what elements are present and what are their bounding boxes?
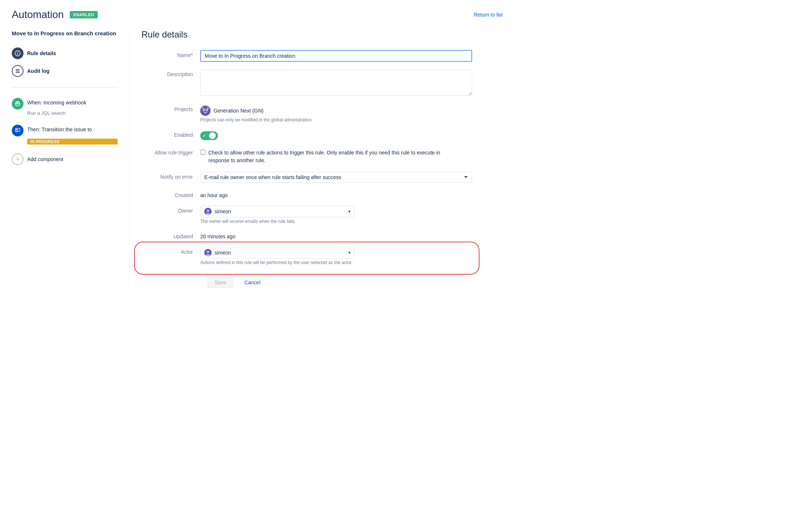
title-area: Automation ENABLED	[12, 9, 98, 21]
rule-details-icon: i	[12, 47, 24, 59]
owner-chevron-icon: ▾	[348, 209, 351, 214]
updated-value-container: 20 minutes ago	[200, 230, 472, 245]
created-label: Created	[141, 189, 200, 204]
notify-select[interactable]: E-mail rule owner once when rule starts …	[200, 172, 472, 183]
svg-rect-9	[16, 129, 18, 130]
allow-trigger-label: Allow rule trigger	[141, 146, 200, 170]
main-content: Move to In Progress on Branch creation i…	[12, 29, 503, 288]
enabled-toggle-container: ✓	[200, 128, 472, 146]
when-step-subtitle: Run a JQL search	[27, 110, 118, 116]
audit-log-icon	[12, 65, 24, 77]
allow-trigger-container: Check to allow other rule actions to tri…	[200, 146, 472, 170]
actor-name: simeon	[215, 250, 348, 256]
page-title: Automation	[12, 9, 64, 21]
notify-label: Notify on error	[141, 170, 200, 189]
owner-label: Owner	[141, 204, 200, 230]
audit-log-label: Audit log	[27, 68, 50, 74]
owner-container: simeon ▾ The owner will receive emails w…	[200, 204, 472, 230]
allow-trigger-text: Check to allow other rule actions to tri…	[208, 149, 458, 164]
svg-point-6	[16, 103, 17, 104]
svg-rect-2	[16, 69, 19, 70]
return-to-list-link[interactable]: Return to list	[474, 12, 503, 18]
svg-rect-4	[16, 72, 19, 73]
svg-point-7	[19, 103, 20, 104]
projects-label: Projects	[141, 103, 200, 128]
actor-select[interactable]: simeon ▾	[200, 247, 355, 259]
svg-point-15	[204, 110, 205, 111]
rule-details-label: Rule details	[27, 50, 56, 56]
top-header: Automation ENABLED Return to list	[12, 9, 503, 21]
actor-container: simeon ▾ Actions defined in this rule wi…	[200, 245, 472, 271]
button-row: Save Cancel	[141, 271, 503, 288]
sidebar-divider	[12, 87, 118, 88]
in-progress-badge: IN PROGRESS	[27, 139, 118, 145]
owner-name: simeon	[215, 209, 348, 214]
description-field-container	[200, 68, 472, 103]
actor-note: Actions defined in this rule will be per…	[200, 260, 472, 265]
svg-rect-3	[16, 71, 19, 71]
updated-label: Updated	[141, 230, 200, 245]
sidebar-item-audit-log[interactable]: Audit log	[12, 62, 118, 80]
enabled-toggle[interactable]: ✓	[200, 131, 218, 140]
name-label: Name*	[141, 49, 200, 68]
owner-avatar	[204, 208, 212, 215]
owner-select[interactable]: simeon ▾	[200, 206, 355, 217]
main-panel: Rule details Name* Description Projects	[129, 29, 503, 288]
panel-title: Rule details	[141, 29, 503, 40]
actor-label: Actor	[141, 245, 200, 271]
svg-text:i: i	[17, 51, 18, 56]
when-step-title: When: Incoming webhook	[27, 98, 86, 107]
notify-select-container: E-mail rule owner once when rule starts …	[200, 170, 472, 189]
svg-point-21	[207, 251, 209, 253]
owner-note: The owner will receive emails when the r…	[200, 219, 472, 224]
sidebar: Move to In Progress on Branch creation i…	[12, 29, 129, 288]
form-grid: Name* Description Projects	[141, 49, 472, 271]
enabled-badge: ENABLED	[70, 11, 98, 18]
save-button[interactable]: Save	[208, 277, 233, 288]
sidebar-step-then[interactable]: Then: Transition the issue to IN PROGRES…	[12, 120, 118, 149]
sidebar-step-when[interactable]: When: Incoming webhook Run a JQL search	[12, 93, 118, 120]
allow-trigger-checkbox[interactable]	[200, 150, 205, 155]
svg-point-12	[200, 106, 211, 116]
description-label: Description	[141, 68, 200, 103]
description-input[interactable]	[200, 69, 472, 96]
created-value: an hour ago	[200, 190, 472, 198]
sidebar-rule-name: Move to In Progress on Branch creation	[12, 29, 118, 37]
project-row: Generation Next (GN)	[200, 104, 472, 116]
sidebar-nav: i Rule details Audit log	[12, 44, 118, 80]
svg-point-16	[206, 110, 208, 111]
add-component-button[interactable]: + Add component	[12, 149, 118, 170]
enabled-label: Enabled	[141, 128, 200, 146]
then-step-title: Then: Transition the issue to	[27, 125, 92, 133]
projects-value: Generation Next (GN) Projects can only b…	[200, 103, 472, 128]
name-input[interactable]	[200, 50, 472, 62]
sidebar-item-rule-details[interactable]: i Rule details	[12, 44, 118, 62]
cancel-button[interactable]: Cancel	[238, 277, 267, 288]
add-component-label: Add component	[27, 156, 63, 162]
then-step-icon	[12, 125, 24, 136]
project-note: Projects can only be modified in the glo…	[200, 117, 472, 122]
actor-chevron-icon: ▾	[348, 250, 351, 255]
project-name: Generation Next (GN)	[213, 108, 263, 114]
updated-value: 20 minutes ago	[200, 231, 472, 239]
project-avatar-icon	[200, 106, 211, 116]
name-field-container	[200, 49, 472, 68]
when-step-icon	[12, 98, 24, 110]
actor-avatar	[204, 249, 212, 256]
add-component-icon: +	[12, 153, 24, 165]
created-value-container: an hour ago	[200, 189, 472, 204]
svg-point-18	[207, 210, 209, 212]
